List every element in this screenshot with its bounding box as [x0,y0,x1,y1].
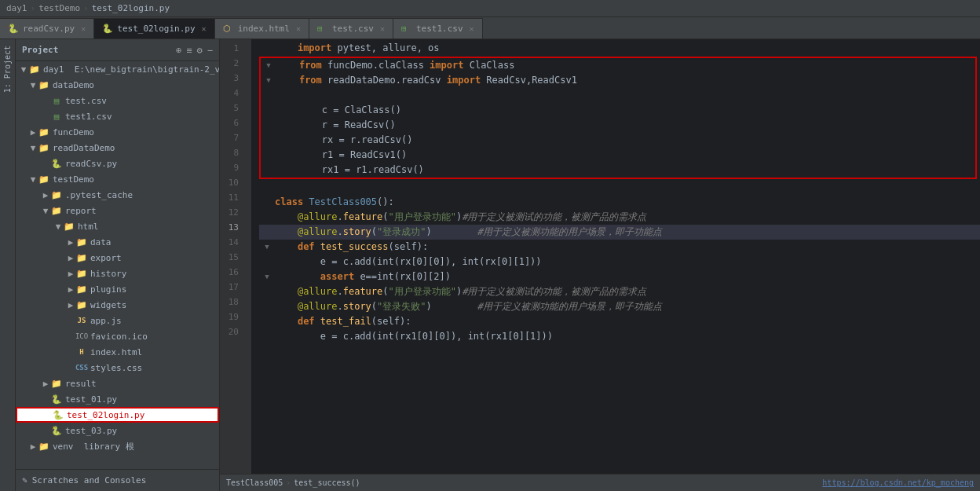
breadcrumb-day1[interactable]: day1 [6,3,27,13]
tree-test01-py[interactable]: 🐍 test_01.py [16,391,219,407]
tab-testcsv[interactable]: ⊞ test.csv ✕ [309,18,393,38]
ico-file-icon: ICO [75,330,88,343]
css-file-icon: CSS [75,361,88,374]
tree-test02login-py[interactable]: 🐍 test_02login.py [16,407,219,423]
tree-history[interactable]: ▶ 📁 history [16,266,219,281]
tree-html[interactable]: ▼ 📁 html [16,218,219,234]
py-file-icon: 🐍 [50,157,63,170]
sidebar-header: Project ⊕ ≡ ⚙ − [16,39,219,61]
project-vtab-label[interactable]: 1: Project [2,42,13,96]
folder-icon-day1: 📁 [28,63,41,75]
tree-report[interactable]: ▼ 📁 report [16,203,219,218]
py-icon: 🐍 [8,24,19,35]
tree-dataDemo[interactable]: ▼ 📁 dataDemo [16,77,219,93]
tree-widgets[interactable]: ▶ 📁 widgets [16,297,219,313]
code-line-8: r1 = ReadCsv1() [261,148,975,163]
tab-readcsv[interactable]: 🐍 readCsv.py ✕ [0,18,94,38]
folder-icon-result: 📁 [50,377,63,390]
tree-test-csv[interactable]: ▤ test.csv [16,93,219,108]
tree-readDataDemo[interactable]: ▼ 📁 readDataDemo [16,140,219,156]
py-icon-active: 🐍 [102,24,113,35]
tree-pytest-cache[interactable]: ▶ 📁 .pytest_cache [16,187,219,203]
code-line-11: class TestClass005(): [259,195,980,210]
close-tab-test1csv[interactable]: ✕ [470,24,474,33]
locate-icon[interactable]: ⊕ [176,45,181,56]
close-tab-testcsv[interactable]: ✕ [380,24,385,33]
close-tab-test02[interactable]: ✕ [202,24,207,33]
arrow-day1: ▼ [19,64,28,75]
red-box-region: ▼ from funcDemo.claClass import ClaClass… [259,57,977,179]
tree-styles-css[interactable]: CSS styles.css [16,360,219,376]
tree-day1[interactable]: ▼ 📁 day1 E:\new_bigtrain\bigtrain-2_vide [16,61,219,77]
code-line-18: @allure.story("登录失败") #用于定义被测功能的用户场景，即子功… [259,299,980,314]
csv-file-icon: ▤ [50,94,63,107]
collapse-arrow-3[interactable]: ▼ [266,73,270,88]
tree-index-html[interactable]: H index.html [16,344,219,360]
tree-test03-py[interactable]: 🐍 test_03.py [16,423,219,438]
collapse-icon[interactable]: ≡ [186,45,192,56]
folder-icon-pytest: 📁 [50,189,63,201]
code-line-1: import pytest, allure, os [259,41,980,56]
code-line-7: rx = r.readCsv() [261,133,975,148]
folder-icon-venv: 📁 [38,440,50,453]
minimize-icon[interactable]: − [207,45,213,56]
tree-app-js[interactable]: JS app.js [16,313,219,328]
file-tree: ▼ 📁 day1 E:\new_bigtrain\bigtrain-2_vide… [16,61,219,469]
settings-icon[interactable]: ⚙ [197,45,203,56]
editor-breadcrumb: TestClass005 › test_success() [226,478,360,487]
code-content[interactable]: import pytest, allure, os ▼ from funcDem… [251,39,980,474]
tab-test1csv[interactable]: ⊞ test1.csv ✕ [393,18,483,38]
code-line-14: ▼ def test_success(self): [259,240,980,255]
tree-result[interactable]: ▶ 📁 result [16,376,219,391]
scratches-bar[interactable]: ✎ Scratches and Consoles [16,469,219,491]
py-icon-test03: 🐍 [50,424,63,437]
collapse-arrow-14[interactable]: ▼ [265,240,269,255]
tree-venv[interactable]: ▶ 📁 venv library 根 [16,438,219,454]
tree-funcDemo[interactable]: ▶ 📁 funcDemo [16,124,219,140]
csdn-link[interactable]: https://blog.csdn.net/kp_mocheng [822,478,974,487]
close-tab-index[interactable]: ✕ [296,24,301,33]
code-line-4 [261,88,975,103]
collapse-arrow-2[interactable]: ▼ [266,58,270,73]
scratches-label: Scratches and Consoles [32,475,147,486]
folder-icon-history: 📁 [75,267,88,280]
close-tab-readcsv[interactable]: ✕ [81,24,86,33]
tree-testDemo[interactable]: ▼ 📁 testDemo [16,171,219,187]
html-icon: ⬡ [223,24,234,35]
code-line-16: ▼ assert e==int(rx[0][2]) [259,269,980,284]
tree-readcsv-py[interactable]: 🐍 readCsv.py [16,156,219,171]
tree-data[interactable]: ▶ 📁 data [16,234,219,250]
code-line-10 [259,180,980,195]
tree-test1-csv[interactable]: ▤ test1.csv [16,108,219,124]
html-file-icon: H [75,346,88,358]
status-method: test_success() [294,478,360,487]
code-line-17: @allure.feature("用户登录功能")#用于定义被测试的功能，被测产… [259,284,980,299]
code-line-13: @allure.story("登录成功") #用于定义被测功能的用户场景，即子功… [259,225,980,240]
breadcrumb-testdemo[interactable]: testDemo [38,3,80,13]
code-line-6: r = ReadCsv() [261,118,975,133]
tree-export[interactable]: ▶ 📁 export [16,250,219,266]
folder-icon-dataDemo: 📁 [38,79,50,91]
sidebar-title: Project [22,45,58,55]
code-line-2: ▼ from funcDemo.claClass import ClaClass [261,58,975,73]
csv-file-icon2: ▤ [50,110,63,123]
status-class: TestClass005 [226,478,283,487]
folder-icon-report: 📁 [50,204,63,217]
editor-area: 1 2 3 4 5 6 7 8 9 10 11 12 13 14 15 16 1… [220,39,980,491]
tree-plugins[interactable]: ▶ 📁 plugins [16,281,219,297]
tree-favicon[interactable]: ICO favicon.ico [16,328,219,344]
folder-icon-data: 📁 [75,236,88,248]
code-line-15: e = c.add(int(rx[0][0]), int(rx[0][1])) [259,255,980,269]
py-icon-test02: 🐍 [52,409,64,421]
line-numbers: 1 2 3 4 5 6 7 8 9 10 11 12 13 14 15 16 1… [220,39,251,474]
left-vtab[interactable]: 1: Project [0,39,16,491]
code-line-12: @allure.feature("用户登录功能")#用于定义被测试的功能，被测产… [259,210,980,225]
code-line-3: ▼ from readDataDemo.readCsv import ReadC… [261,73,975,88]
csv-icon2: ⊞ [401,24,412,35]
breadcrumb-file: test_02login.py [92,3,170,13]
py-icon-test01: 🐍 [50,393,63,405]
tab-index[interactable]: ⬡ index.html ✕ [215,18,309,38]
tab-test02login[interactable]: 🐍 test_02login.py ✕ [94,18,214,38]
collapse-arrow-16[interactable]: ▼ [265,269,269,284]
js-file-icon: JS [75,314,88,327]
